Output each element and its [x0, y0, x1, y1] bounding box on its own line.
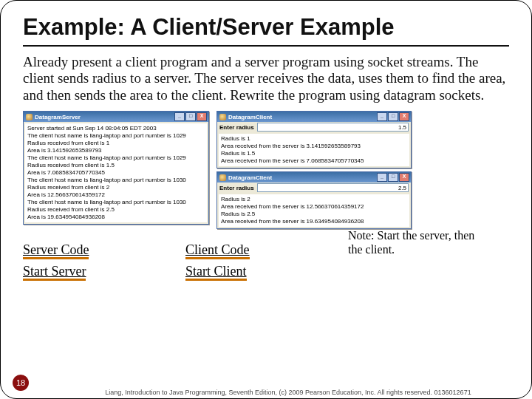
server-window-title: DatagramServer	[35, 114, 172, 120]
server-log: Server started at Sun Sep 14 08:04:05 ED…	[25, 123, 207, 222]
start-client-link[interactable]: Start Client	[185, 265, 247, 281]
client1-log: Radius is 1 Area received from the serve…	[219, 134, 409, 166]
minimize-button[interactable]: _	[174, 112, 185, 121]
log-line: Radius received from client is 2.5	[27, 206, 205, 214]
close-button[interactable]: X	[399, 112, 409, 121]
log-line: Radius received from client is 1.5	[27, 162, 205, 169]
log-line: Radius is 1.5	[221, 150, 407, 157]
server-code-link[interactable]: Server Code	[23, 243, 89, 259]
log-line: Area is 7.0685834705770345	[27, 169, 205, 177]
log-line: Area is 12.566370614359172	[27, 191, 205, 199]
log-line: Area is 3.141592653589793	[27, 147, 205, 154]
slide-title: Example: A Client/Server Example	[23, 14, 509, 41]
log-line: Area is 19.634954084936208	[27, 214, 205, 221]
maximize-button[interactable]: □	[388, 173, 398, 182]
log-line: Radius is 2	[221, 196, 407, 203]
log-line: The client host name is liang-laptop and…	[27, 177, 205, 184]
screenshots-row: DatagramServer _ □ X Server started at S…	[23, 111, 509, 229]
client1-titlebar: DatagramClient _ □ X	[217, 112, 411, 122]
start-server-link[interactable]: Start Server	[23, 265, 86, 281]
radius-input[interactable]	[257, 123, 409, 132]
minimize-button[interactable]: _	[377, 112, 387, 121]
log-line: Radius received from client is 1	[27, 140, 205, 147]
java-icon	[219, 114, 226, 120]
client1-window-title: DatagramClient	[228, 114, 375, 120]
log-line: Area received from the server is 7.06858…	[221, 157, 407, 165]
log-line: Server started at Sun Sep 14 08:04:05 ED…	[27, 125, 205, 132]
client2-window: DatagramClient _ □ X Enter radius Radius…	[216, 171, 412, 229]
log-line: Area received from the server is 12.5663…	[221, 203, 407, 211]
page-number: 18	[13, 375, 29, 391]
server-window: DatagramServer _ □ X Server started at S…	[23, 111, 209, 225]
minimize-button[interactable]: _	[377, 173, 387, 182]
footer-citation: Liang, Introduction to Java Programming,…	[89, 389, 487, 397]
server-titlebar: DatagramServer _ □ X	[24, 112, 208, 122]
client2-titlebar: DatagramClient _ □ X	[217, 172, 411, 183]
maximize-button[interactable]: □	[185, 112, 196, 121]
server-column: DatagramServer _ □ X Server started at S…	[23, 111, 209, 229]
log-line: The client host name is liang-laptop and…	[27, 199, 205, 206]
links-area: Server Code Client Code Start Server Sta…	[23, 229, 509, 281]
log-line: Area received from the server is 3.14159…	[221, 143, 407, 150]
java-icon	[219, 174, 226, 181]
java-icon	[26, 114, 33, 120]
slide-frame: Example: A Client/Server Example Already…	[0, 0, 532, 399]
log-line: Radius is 1	[221, 135, 407, 143]
close-button[interactable]: X	[197, 112, 207, 121]
note-text: Note: Start the server, then the client.	[348, 229, 481, 256]
maximize-button[interactable]: □	[388, 112, 398, 121]
log-line: Radius received from client is 2	[27, 184, 205, 191]
radius-label: Enter radius	[219, 124, 254, 131]
log-line: The client host name is liang-laptop and…	[27, 132, 205, 140]
radius-input[interactable]	[257, 183, 409, 192]
client2-input-row: Enter radius	[217, 183, 411, 193]
radius-label: Enter radius	[219, 185, 254, 191]
client1-input-row: Enter radius	[217, 122, 411, 132]
title-rule	[23, 45, 509, 47]
body-paragraph: Already present a client program and a s…	[23, 54, 509, 103]
log-line: The client host name is liang-laptop and…	[27, 154, 205, 162]
log-line: Area received from the server is 19.6349…	[221, 218, 407, 225]
client-code-link[interactable]: Client Code	[185, 243, 250, 259]
client-column: DatagramClient _ □ X Enter radius Radius…	[216, 111, 412, 229]
client2-window-title: DatagramClient	[228, 174, 375, 181]
close-button[interactable]: X	[399, 173, 409, 182]
client1-window: DatagramClient _ □ X Enter radius Radius…	[216, 111, 412, 168]
log-line: Radius is 2.5	[221, 211, 407, 218]
client2-log: Radius is 2 Area received from the serve…	[219, 194, 409, 227]
